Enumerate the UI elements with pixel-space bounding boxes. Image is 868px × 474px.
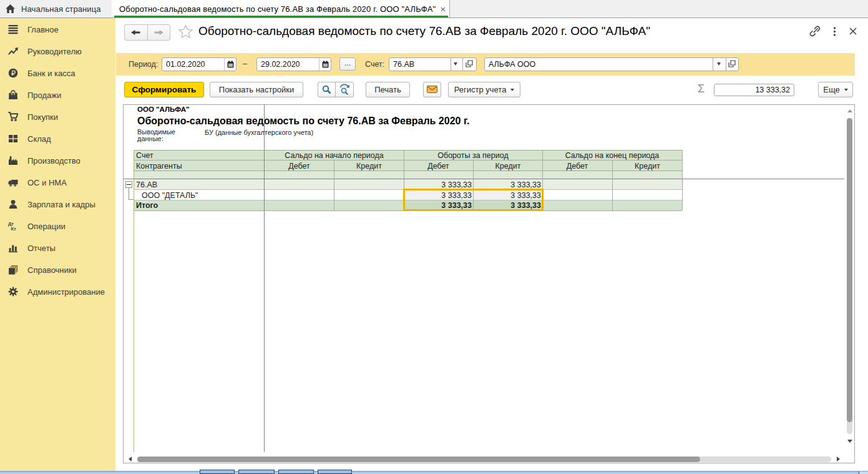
svg-text:Кт: Кт bbox=[11, 226, 17, 231]
